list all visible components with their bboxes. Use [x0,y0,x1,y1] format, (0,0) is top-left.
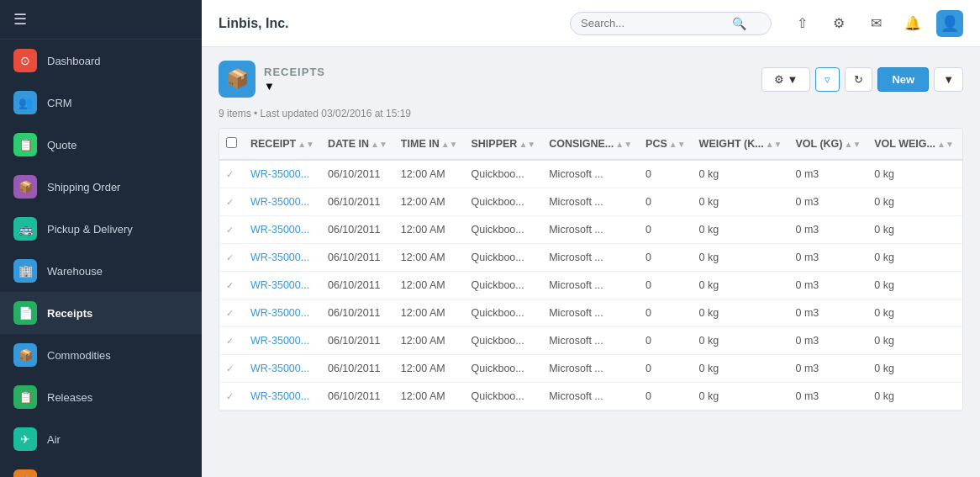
cell-time_in: 12:00 AM [394,244,465,272]
search-bar[interactable]: 🔍 [570,12,772,35]
page-dropdown[interactable]: ▼ [264,80,325,93]
col-checkbox[interactable] [219,129,244,160]
row-checkbox[interactable]: ✓ [219,188,244,216]
cell-pcs: 0 [639,244,693,272]
cell-pcs: 0 [639,299,693,327]
table-row: ✓WR-35000...06/10/201112:00 AMQuickboo..… [219,383,963,411]
cell-date_in: 06/10/2011 [321,272,394,299]
col-header-status[interactable]: STATUS▲▼ [961,129,963,160]
settings-gear-button[interactable]: ⚙ ▼ [761,67,811,92]
cell-receipt[interactable]: WR-35000... [244,272,321,299]
cell-receipt[interactable]: WR-35000... [244,327,321,355]
col-header-pcs[interactable]: PCS▲▼ [639,129,693,160]
cell-date_in: 06/10/2011 [321,188,394,216]
select-all-checkbox[interactable] [226,137,237,148]
cell-vol_weig: 0 kg [867,383,961,411]
search-input[interactable] [581,17,732,29]
col-header-shipper[interactable]: SHIPPER▲▼ [465,129,543,160]
user-avatar-icon[interactable]: 👤 [936,10,963,37]
more-options-button[interactable]: ▼ [934,67,963,92]
topbar: Linbis, Inc. 🔍 ⇧ ⚙ ✉ 🔔 👤 [202,0,980,47]
main-content: Linbis, Inc. 🔍 ⇧ ⚙ ✉ 🔔 👤 📦 RECEIPTS ▼ [202,0,980,477]
cell-vol_kg: 0 m3 [788,383,867,411]
sidebar-item-warehouse[interactable]: 🏢 Warehouse [0,250,202,292]
row-checkbox[interactable]: ✓ [219,355,244,383]
cell-shipper: Quickboo... [465,272,543,299]
table-row: ✓WR-35000...06/10/201112:00 AMQuickboo..… [219,244,963,272]
refresh-button[interactable]: ↻ [845,67,872,92]
row-checkbox[interactable]: ✓ [219,327,244,355]
sort-icon-shipper: ▲▼ [519,140,535,149]
cell-receipt[interactable]: WR-35000... [244,188,321,216]
cell-status: 0 [961,272,963,299]
sidebar-item-air[interactable]: ✈ Air [0,418,202,460]
sidebar-item-commodities[interactable]: 📦 Commodities [0,334,202,376]
cell-shipper: Quickboo... [465,188,543,216]
sidebar-item-receipts[interactable]: 📄 Receipts [0,292,202,334]
row-checkbox[interactable]: ✓ [219,244,244,272]
sort-icon-weight: ▲▼ [766,140,782,149]
cell-vol_kg: 0 m3 [788,216,867,244]
sidebar-item-ocean[interactable]: ⚓ Ocean [0,460,202,477]
row-checkbox[interactable]: ✓ [219,160,244,188]
row-checkbox[interactable]: ✓ [219,299,244,327]
filter-button[interactable]: ▿ [815,67,840,92]
col-header-weight[interactable]: WEIGHT (K...▲▼ [693,129,789,160]
new-button[interactable]: New [877,67,929,92]
sidebar-item-releases[interactable]: 📋 Releases [0,376,202,418]
sort-icon-date_in: ▲▼ [371,140,387,149]
mail-icon[interactable]: ✉ [862,10,889,37]
sort-icon-pcs: ▲▼ [669,140,686,149]
cell-receipt[interactable]: WR-35000... [244,383,321,411]
receipts-icon: 📄 [13,301,37,325]
cell-receipt[interactable]: WR-35000... [244,160,321,188]
releases-icon: 📋 [13,385,37,409]
cell-consignee: Microsoft ... [542,272,639,299]
cell-vol_weig: 0 kg [867,216,961,244]
sidebar-item-shipping[interactable]: 📦 Shipping Order [0,166,202,208]
cell-status: 0 [961,244,963,272]
table-row: ✓WR-35000...06/10/201112:00 AMQuickboo..… [219,327,963,355]
crm-icon: 👥 [13,91,37,114]
cell-receipt[interactable]: WR-35000... [244,299,321,327]
table-row: ✓WR-35000...06/10/201112:00 AMQuickboo..… [219,216,963,244]
cell-weight: 0 kg [693,244,789,272]
col-header-date_in[interactable]: DATE IN▲▼ [321,129,394,160]
settings-icon[interactable]: ⚙ [825,10,852,37]
cell-vol_weig: 0 kg [867,160,961,188]
col-header-consignee[interactable]: CONSIGNE...▲▼ [542,129,639,160]
bell-icon[interactable]: 🔔 [899,10,926,37]
filter-icon: ▿ [825,73,830,86]
cell-consignee: Microsoft ... [542,355,639,383]
col-header-time_in[interactable]: TIME IN▲▼ [394,129,465,160]
cell-pcs: 0 [639,216,693,244]
row-checkbox[interactable]: ✓ [219,216,244,244]
col-header-vol_weig[interactable]: VOL WEIG...▲▼ [867,129,961,160]
cell-receipt[interactable]: WR-35000... [244,355,321,383]
cell-receipt[interactable]: WR-35000... [244,216,321,244]
page-header: 📦 RECEIPTS ▼ ▼ ⚙ ▼ ▿ ↻ [219,61,963,98]
col-header-vol_kg[interactable]: VOL (KG)▲▼ [788,129,867,160]
receipts-table-container: RECEIPT▲▼DATE IN▲▼TIME IN▲▼SHIPPER▲▼CONS… [219,128,963,411]
sidebar-item-quote[interactable]: 📋 Quote [0,124,202,166]
hamburger-menu[interactable]: ☰ [13,10,27,29]
cell-consignee: Microsoft ... [542,244,639,272]
gear-icon: ⚙ [774,73,784,86]
cell-date_in: 06/10/2011 [321,383,394,411]
col-header-receipt[interactable]: RECEIPT▲▼ [244,129,321,160]
upload-icon[interactable]: ⇧ [788,10,815,37]
sidebar-label-receipts: Receipts [47,307,92,320]
cell-receipt[interactable]: WR-35000... [244,244,321,272]
cell-status: 0 [961,299,963,327]
cell-consignee: Microsoft ... [542,188,639,216]
cell-status: 0 [961,383,963,411]
sidebar-item-crm[interactable]: 👥 CRM [0,82,202,124]
row-checkbox[interactable]: ✓ [219,383,244,411]
sidebar-item-pickup[interactable]: 🚌 Pickup & Delivery [0,208,202,250]
dropdown-arrow: ▼ [264,80,275,93]
stats-bar: 9 items • Last updated 03/02/2016 at 15:… [219,108,963,119]
sidebar-label-air: Air [47,433,61,446]
cell-pcs: 0 [639,355,693,383]
sidebar-item-dashboard[interactable]: ⊙ Dashboard [0,40,202,82]
row-checkbox[interactable]: ✓ [219,272,244,299]
